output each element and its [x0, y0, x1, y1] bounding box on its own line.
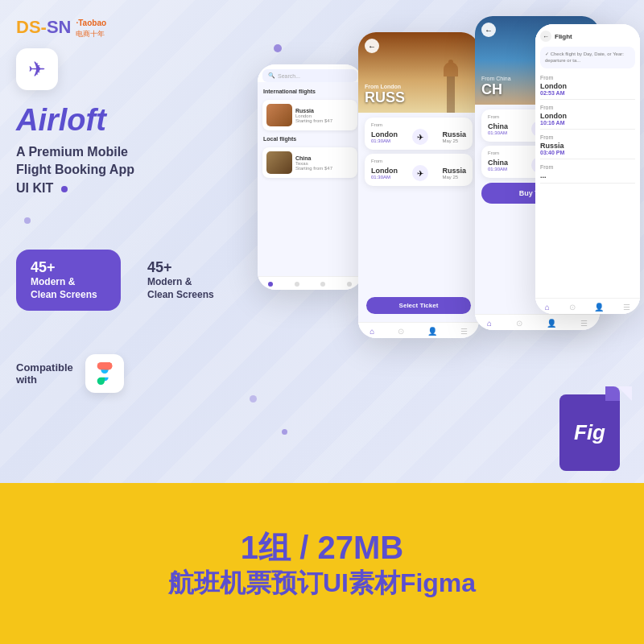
- app-icon: ✈: [16, 48, 58, 90]
- city-from-4: China: [488, 159, 508, 167]
- phone-2-content: From London 01:30AM ✈ Russia May 25: [358, 113, 479, 195]
- time-3: 01:30AM: [488, 130, 508, 135]
- field-label-2: From: [540, 105, 635, 110]
- phone-2-from: From London: [365, 84, 405, 89]
- search-hint: ✓ Check flight by Day, Date, or Year: de…: [540, 47, 635, 68]
- phone-3-from: From China: [481, 76, 511, 81]
- brand-taobao-info: ·Taobao 电商十年: [76, 14, 106, 39]
- nav-menu-2[interactable]: ☰: [460, 327, 468, 336]
- nav-user-4[interactable]: 👤: [594, 303, 604, 312]
- phone-3-nav: ⌂ ⊙ 👤 ☰: [475, 314, 600, 330]
- badge-outline: 45+ Modern &Clean Screens: [133, 250, 237, 311]
- flight-1-price: Starting from $47: [295, 118, 353, 123]
- nav-search-4[interactable]: ⊙: [569, 303, 576, 312]
- field-label-3: From: [540, 134, 635, 140]
- field-city-1: London 02:53 AM: [540, 82, 635, 100]
- figma-icon-container: [85, 354, 124, 393]
- dot-2: [24, 217, 31, 224]
- brand-header: DS-SN ·Taobao 电商十年: [16, 14, 106, 39]
- fig-file-container: Fig: [559, 386, 632, 471]
- time-2: 01:30AM: [371, 175, 398, 180]
- flight-1-dest: Russia: [295, 108, 353, 114]
- bottom-main-text: 1组 / 27MB: [241, 531, 403, 564]
- badge-1-text: Modern &Clean Screens: [31, 276, 106, 301]
- back-button-3[interactable]: ←: [481, 23, 496, 37]
- from-label-2: From: [371, 159, 466, 163]
- flight-2-price: Starting from $47: [295, 166, 353, 171]
- nav-home-4[interactable]: ⌂: [545, 303, 550, 312]
- fig-icon: Fig: [559, 386, 632, 471]
- nav-settings[interactable]: [347, 282, 352, 287]
- compatible-text: Compatiblewith: [16, 361, 73, 386]
- field-time-2: 10:16 AM: [540, 120, 635, 126]
- badge-1-number: 45+: [31, 259, 106, 276]
- hint-text: Check flight by Day, Date, or Year: depa…: [545, 52, 624, 63]
- badge-filled: 45+ Modern &Clean Screens: [16, 250, 121, 311]
- city-from-2: London: [371, 167, 398, 175]
- phone-4-nav: ⌂ ⊙ 👤 ☰: [535, 298, 640, 314]
- flight-2-dest: China: [295, 155, 353, 161]
- city-to-2: Russia: [442, 167, 466, 175]
- route-card-1[interactable]: From London 01:30AM ✈ Russia May 25: [365, 118, 473, 150]
- brand-logo: DS-SN: [16, 19, 71, 36]
- nav-profile[interactable]: [320, 282, 325, 287]
- nav-home[interactable]: [268, 282, 273, 287]
- back-button-2[interactable]: ←: [365, 39, 379, 53]
- city-to: Russia: [442, 130, 466, 138]
- city-from: London: [371, 130, 398, 138]
- field-label-4: From: [540, 164, 635, 170]
- phone-4: ← Flight ✓ Check flight by Day, Date, or…: [535, 24, 640, 314]
- badge-2-text: Modern &Clean Screens: [147, 276, 223, 301]
- fig-label: Fig: [574, 420, 605, 445]
- phone-2: ← From London RUSS: [358, 32, 479, 338]
- field-time-1: 02:53 AM: [540, 90, 635, 96]
- flight-card-1[interactable]: Russia London Starting from $47: [262, 100, 357, 130]
- plane-route-icon: ✈: [412, 129, 428, 145]
- brand-sn: SN: [47, 17, 72, 37]
- select-ticket-button[interactable]: Select Ticket: [366, 297, 471, 314]
- time-from: 01:30AM: [371, 138, 398, 143]
- brand-subtitle: 电商十年: [76, 29, 106, 39]
- date-label: May 25: [442, 138, 466, 143]
- phone-4-screen: ← Flight ✓ Check flight by Day, Date, or…: [535, 24, 640, 314]
- fig-file-body: Fig: [559, 394, 620, 471]
- phone-2-screen: ← From London RUSS: [358, 32, 479, 338]
- nav-user-3[interactable]: 👤: [547, 319, 556, 328]
- bottom-sub-text: 航班机票预订UI素材Figma: [168, 570, 476, 596]
- badges-container: 45+ Modern &Clean Screens 45+ Modern &Cl…: [16, 250, 237, 311]
- phone-2-header: ← From London RUSS: [358, 32, 479, 113]
- field-time-3: 03:40 PM: [540, 150, 635, 155]
- nav-user-2[interactable]: 👤: [427, 327, 437, 336]
- phone-3-dest-big: CH: [481, 81, 502, 97]
- field-city-2: London 10:16 AM: [540, 112, 635, 130]
- back-button-4[interactable]: ←: [540, 31, 551, 42]
- route-card-2[interactable]: From London 01:30AM ✈ Russia May 25: [365, 154, 473, 186]
- nav-home-3[interactable]: ⌂: [487, 319, 492, 328]
- time-4: 01:30AM: [488, 167, 508, 171]
- field-label-1: From: [540, 75, 635, 80]
- brand-ds: DS: [16, 17, 41, 37]
- search-icon: 🔍: [268, 72, 275, 79]
- nav-menu-4[interactable]: ☰: [623, 303, 630, 312]
- top-section: DS-SN ·Taobao 电商十年 ✈ Airloft A Premium M…: [0, 0, 644, 483]
- from-label: From: [371, 122, 466, 127]
- app-info: Airloft A Premium MobileFlight Booking A…: [16, 105, 242, 197]
- nav-home-2[interactable]: ⌂: [369, 327, 374, 336]
- app-icon-container: ✈: [16, 48, 58, 90]
- badge-2-number: 45+: [147, 259, 223, 276]
- section-international: International flights: [258, 85, 362, 97]
- date-2: May 25: [442, 175, 466, 180]
- nav-search-3[interactable]: ⊙: [516, 319, 522, 328]
- phone-1-nav: [258, 276, 362, 290]
- phone-2-nav: ⌂ ⊙ 👤 ☰: [358, 322, 479, 338]
- phone-4-header: ← Flight: [540, 31, 635, 42]
- nav-search[interactable]: [295, 282, 299, 287]
- app-name: Airloft: [16, 105, 242, 135]
- phone-4-content: ← Flight ✓ Check flight by Day, Date, or…: [535, 24, 640, 195]
- section-local: Local flights: [258, 133, 362, 145]
- fig-corner-inner: [605, 386, 620, 401]
- flight-card-2[interactable]: China Texas Starting from $47: [262, 147, 357, 178]
- nav-search-2[interactable]: ⊙: [398, 327, 404, 336]
- nav-menu-3[interactable]: ☰: [580, 319, 588, 328]
- phone-4-title: Flight: [555, 33, 572, 40]
